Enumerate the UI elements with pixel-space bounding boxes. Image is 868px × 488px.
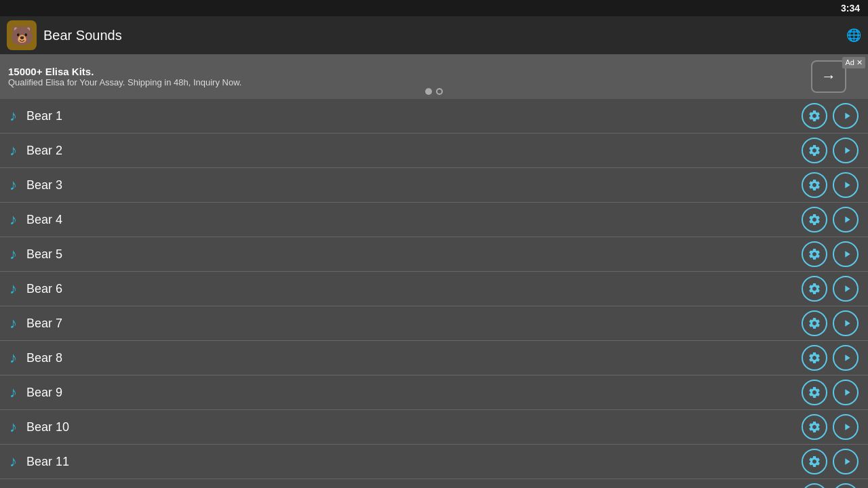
sound-item-6[interactable]: ♪ Bear 6 — [0, 272, 868, 306]
settings-button-10[interactable] — [802, 414, 827, 440]
settings-button-1[interactable] — [802, 103, 827, 129]
gear-icon-9 — [808, 386, 821, 399]
play-button-1[interactable] — [833, 103, 859, 129]
music-icon-10: ♪ — [9, 418, 17, 436]
settings-button-3[interactable] — [802, 172, 827, 198]
sound-name-11: Bear 11 — [26, 455, 802, 469]
sound-item-10[interactable]: ♪ Bear 10 — [0, 410, 868, 445]
status-bar: 3:34 — [0, 0, 868, 16]
item-buttons-11 — [802, 449, 859, 474]
settings-button-8[interactable] — [802, 345, 827, 371]
play-button-8[interactable] — [833, 345, 859, 371]
sound-item-8[interactable]: ♪ Bear 8 — [0, 341, 868, 375]
play-icon-8 — [842, 352, 852, 363]
music-icon-4: ♪ — [9, 211, 17, 228]
ad-arrow-button[interactable]: → — [811, 60, 846, 93]
sound-name-6: Bear 6 — [26, 282, 802, 296]
sound-name-4: Bear 4 — [26, 213, 802, 227]
ad-close-label: Ad ✕ — [845, 58, 863, 67]
music-icon-9: ♪ — [9, 384, 17, 401]
ad-title: 15000+ Elisa Kits. — [8, 66, 811, 77]
item-buttons-2 — [802, 138, 859, 163]
settings-button-12[interactable] — [802, 483, 827, 488]
sound-name-2: Bear 2 — [26, 144, 802, 158]
gear-icon-8 — [808, 351, 821, 365]
gear-icon-11 — [808, 455, 821, 468]
play-icon-10 — [842, 422, 852, 432]
item-buttons-12 — [802, 483, 859, 488]
play-icon-4 — [842, 214, 852, 225]
music-icon-1: ♪ — [9, 107, 17, 125]
item-buttons-1 — [802, 103, 859, 129]
music-icon-5: ♪ — [9, 245, 17, 263]
play-icon-9 — [842, 387, 852, 398]
play-button-4[interactable] — [833, 207, 859, 232]
sound-name-7: Bear 7 — [26, 317, 802, 331]
gear-icon-1 — [808, 109, 821, 123]
wifi-icon: 🌐 — [846, 28, 861, 43]
ad-close-button[interactable]: Ad ✕ — [842, 57, 865, 68]
music-icon-3: ♪ — [9, 176, 17, 194]
play-icon-11 — [842, 456, 852, 467]
sound-name-5: Bear 5 — [26, 247, 802, 262]
settings-button-6[interactable] — [802, 276, 827, 302]
play-button-12[interactable] — [833, 483, 859, 488]
sound-item-7[interactable]: ♪ Bear 7 — [0, 306, 868, 341]
item-buttons-6 — [802, 276, 859, 302]
music-icon-7: ♪ — [9, 314, 17, 332]
play-button-2[interactable] — [833, 138, 859, 163]
clock: 3:34 — [841, 3, 860, 14]
sound-name-10: Bear 10 — [26, 420, 802, 434]
ad-arrow-icon: → — [821, 68, 836, 85]
sound-item-2[interactable]: ♪ Bear 2 — [0, 134, 868, 168]
settings-button-9[interactable] — [802, 380, 827, 405]
app-icon: 🐻 — [7, 20, 37, 50]
item-buttons-9 — [802, 380, 859, 405]
sound-name-8: Bear 8 — [26, 351, 802, 365]
sound-item-3[interactable]: ♪ Bear 3 — [0, 168, 868, 203]
app-header: 🐻 Bear Sounds 🌐 — [0, 16, 868, 54]
play-button-7[interactable] — [833, 310, 859, 336]
settings-button-2[interactable] — [802, 138, 827, 163]
sound-name-9: Bear 9 — [26, 386, 802, 400]
sound-item-5[interactable]: ♪ Bear 5 — [0, 237, 868, 272]
gear-icon-4 — [808, 213, 821, 226]
settings-button-11[interactable] — [802, 449, 827, 474]
play-button-6[interactable] — [833, 276, 859, 302]
play-icon-2 — [842, 145, 852, 156]
ad-subtitle: Qualified Elisa for Your Assay. Shipping… — [8, 77, 811, 87]
sound-name-3: Bear 3 — [26, 178, 802, 192]
play-button-11[interactable] — [833, 449, 859, 474]
gear-icon-5 — [808, 247, 821, 261]
ad-dot-1 — [425, 88, 432, 95]
settings-button-7[interactable] — [802, 310, 827, 336]
sound-item-11[interactable]: ♪ Bear 11 — [0, 445, 868, 479]
item-buttons-3 — [802, 172, 859, 198]
play-button-9[interactable] — [833, 380, 859, 405]
sound-name-1: Bear 1 — [26, 109, 802, 123]
sound-item-4[interactable]: ♪ Bear 4 — [0, 203, 868, 237]
play-button-3[interactable] — [833, 172, 859, 198]
music-icon-11: ♪ — [9, 453, 17, 470]
gear-icon-3 — [808, 178, 821, 192]
item-buttons-4 — [802, 207, 859, 232]
ad-text-container: 15000+ Elisa Kits. Qualified Elisa for Y… — [8, 66, 811, 87]
gear-icon-10 — [808, 420, 821, 434]
sound-list: ♪ Bear 1 ♪ Bear 2 — [0, 99, 868, 488]
sound-item-12[interactable]: ♪ Bear 12 — [0, 479, 868, 488]
item-buttons-8 — [802, 345, 859, 371]
gear-icon-2 — [808, 144, 821, 157]
item-buttons-5 — [802, 241, 859, 267]
gear-icon-6 — [808, 282, 821, 296]
gear-icon-7 — [808, 317, 821, 330]
ad-banner: 15000+ Elisa Kits. Qualified Elisa for Y… — [0, 54, 868, 99]
settings-button-5[interactable] — [802, 241, 827, 267]
play-button-10[interactable] — [833, 414, 859, 440]
sound-item-1[interactable]: ♪ Bear 1 — [0, 99, 868, 134]
play-icon-5 — [842, 249, 852, 260]
app-title: Bear Sounds — [43, 28, 840, 43]
play-button-5[interactable] — [833, 241, 859, 267]
music-icon-8: ♪ — [9, 349, 17, 367]
sound-item-9[interactable]: ♪ Bear 9 — [0, 375, 868, 410]
settings-button-4[interactable] — [802, 207, 827, 232]
